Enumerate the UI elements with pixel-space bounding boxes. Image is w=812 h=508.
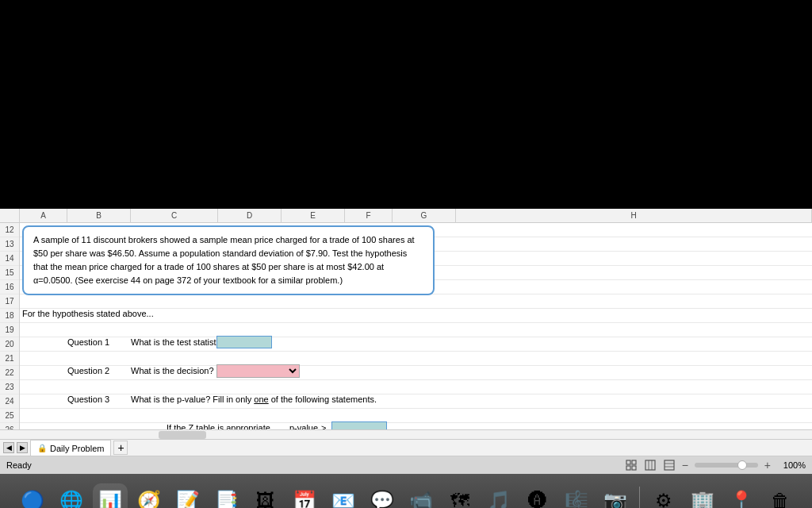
- zoom-level: 100%: [777, 460, 806, 470]
- taskbar-icon-maps2[interactable]: 📍: [724, 483, 759, 509]
- taskbar-icon-safari[interactable]: 🧭: [132, 483, 167, 509]
- taskbar-icon-office[interactable]: 🏢: [685, 483, 720, 509]
- taskbar-icon-photos[interactable]: 🖼: [248, 483, 283, 509]
- taskbar-icon-facetime[interactable]: 📹: [404, 483, 439, 509]
- question2-label: Question 2: [67, 366, 109, 375]
- taskbar-icon-itunes[interactable]: 🎼: [559, 483, 594, 509]
- row-13: 13: [0, 237, 19, 252]
- taskbar-separator: [639, 487, 640, 509]
- row-21: 21: [0, 352, 19, 366]
- grid-content: A sample of 11 discount brokers showed a…: [20, 223, 812, 439]
- top-black-area: [0, 0, 812, 209]
- row-23: 23: [0, 380, 19, 394]
- row-num-header: [0, 209, 20, 222]
- question1-text: What is the test statistic?: [131, 337, 228, 347]
- taskbar-icon-powerpoint[interactable]: 📑: [209, 483, 244, 509]
- question3-text: What is the p-value? Fill in only one of…: [131, 394, 377, 404]
- row-numbers: 12 13 14 15 16 17 18 19 20 21 22 23 24 2…: [0, 223, 20, 439]
- taskbar-icon-maps[interactable]: 🗺: [442, 483, 477, 509]
- sheet-tab-label: Daily Problem: [50, 444, 104, 453]
- svg-rect-3: [632, 466, 636, 470]
- row-17: 17: [0, 294, 19, 309]
- row-24: 24: [0, 394, 19, 409]
- row-25: 25: [0, 409, 19, 423]
- taskbar-icon-music[interactable]: 🎵: [481, 483, 516, 509]
- row-14: 14: [0, 252, 19, 266]
- grid-area: 12 13 14 15 16 17 18 19 20 21 22 23 24 2…: [0, 223, 812, 439]
- add-sheet-button[interactable]: +: [113, 441, 128, 455]
- taskbar-icon-calendar[interactable]: 📅: [287, 483, 322, 509]
- taskbar-icon-mail[interactable]: 📧: [326, 483, 361, 509]
- question3-label: Question 3: [67, 394, 109, 404]
- col-h: H: [456, 209, 812, 223]
- lock-icon: 🔒: [37, 444, 47, 452]
- ready-status: Ready: [6, 460, 32, 470]
- taskbar-icon-system[interactable]: ⚙: [646, 483, 681, 509]
- zoom-minus[interactable]: −: [682, 459, 688, 471]
- status-right-controls: − + 100%: [625, 459, 806, 471]
- question2-text: What is the decision?: [131, 366, 214, 375]
- zoom-plus[interactable]: +: [764, 459, 771, 471]
- taskbar-icon-word[interactable]: 📝: [170, 483, 205, 509]
- taskbar-icon-excel[interactable]: 📊: [93, 483, 128, 509]
- svg-rect-4: [645, 460, 655, 470]
- sheet-tab-bar: ◀ ▶ 🔒 Daily Problem +: [0, 439, 812, 456]
- hypothesis-label: For the hypothesis stated above...: [22, 309, 154, 318]
- question1-input[interactable]: [216, 336, 272, 348]
- row-22: 22: [0, 366, 19, 380]
- col-c: C: [131, 209, 218, 223]
- view-normal-icon[interactable]: [625, 459, 638, 471]
- row-18: 18: [0, 309, 19, 323]
- row-16: 16: [0, 280, 19, 294]
- nav-prev[interactable]: ◀: [3, 442, 14, 453]
- horizontal-scrollbar[interactable]: [0, 429, 812, 439]
- view-page-layout-icon[interactable]: [644, 459, 657, 471]
- taskbar-icon-trash[interactable]: 🗑: [763, 483, 798, 509]
- svg-rect-0: [626, 460, 630, 464]
- taskbar-icon-photos2[interactable]: 📷: [598, 483, 633, 509]
- taskbar-icon-finder[interactable]: 🔵: [15, 483, 50, 509]
- sheet-tab-daily-problem[interactable]: 🔒 Daily Problem: [30, 440, 111, 456]
- col-f: F: [345, 209, 393, 223]
- row-20: 20: [0, 337, 19, 352]
- spreadsheet-area: A B C D E F G H 12 13 14 15 16 17 18 19 …: [0, 209, 812, 439]
- question1-label: Question 1: [67, 337, 109, 347]
- row-15: 15: [0, 266, 19, 280]
- taskbar: 🔵 🌐 📊 🧭 📝 📑 🖼 📅 📧 💬 📹 🗺 🎵 🅐 🎼 📷 ⚙ 🏢 📍 🗑: [0, 474, 812, 508]
- svg-rect-2: [626, 466, 630, 470]
- col-d: D: [218, 209, 282, 223]
- col-e: E: [282, 209, 345, 223]
- view-break-icon[interactable]: [663, 459, 676, 471]
- col-headers: A B C D E F G H: [0, 209, 812, 223]
- row-19: 19: [0, 323, 19, 337]
- status-bar: Ready − + 100%: [0, 456, 812, 474]
- row-12: 12: [0, 223, 19, 237]
- problem-text: A sample of 11 discount brokers showed a…: [33, 235, 415, 285]
- zoom-slider[interactable]: [695, 463, 758, 468]
- col-a: A: [20, 209, 67, 223]
- nav-next[interactable]: ▶: [17, 442, 28, 453]
- col-b: B: [67, 209, 131, 223]
- taskbar-icon-chrome[interactable]: 🌐: [54, 483, 89, 509]
- col-g: G: [393, 209, 456, 223]
- taskbar-icon-messages[interactable]: 💬: [365, 483, 400, 509]
- svg-rect-7: [665, 460, 674, 470]
- taskbar-icon-appstore[interactable]: 🅐: [520, 483, 555, 509]
- question2-dropdown[interactable]: [216, 364, 300, 378]
- problem-statement-box: A sample of 11 discount brokers showed a…: [22, 225, 435, 295]
- svg-rect-1: [632, 460, 636, 464]
